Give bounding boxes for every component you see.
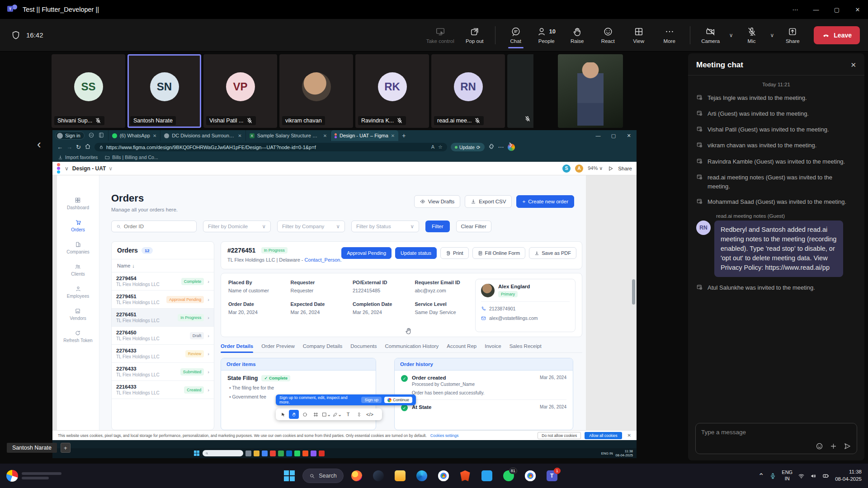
minimize-button[interactable]: —: [806, 0, 826, 19]
close-button[interactable]: ✕: [847, 0, 868, 19]
comment-tool-icon[interactable]: [300, 410, 310, 419]
order-row[interactable]: 2276433TL Flex Holdings LLC Submitted›: [112, 363, 214, 381]
taskbar-copilot-icon[interactable]: [370, 467, 387, 484]
browser-settings-icon[interactable]: ⋯: [498, 144, 504, 150]
shape-tool-icon[interactable]: ⌄: [321, 410, 331, 419]
collaborator-avatar[interactable]: S: [562, 164, 571, 173]
name-column-header[interactable]: Name↓: [112, 259, 214, 272]
sidebar-item-companies[interactable]: Companies: [66, 241, 90, 254]
tab-close-icon[interactable]: ✕: [323, 133, 327, 138]
tray-mic-icon[interactable]: [769, 473, 776, 479]
tab-order-details[interactable]: Order Details: [221, 343, 253, 349]
browser-maximize-button[interactable]: ▢: [606, 130, 621, 141]
browser-minimize-button[interactable]: —: [590, 130, 606, 141]
vertical-tabs-icon[interactable]: [98, 132, 104, 139]
order-row[interactable]: 2279454TL Flex Holdings LLC Complete›: [112, 272, 214, 291]
text-tool-icon[interactable]: T: [343, 410, 353, 419]
tab-communication-history[interactable]: Communication History: [385, 343, 439, 349]
allow-cookies-button[interactable]: Allow all cookies: [585, 432, 622, 439]
order-row[interactable]: 2276433TL Flex Holdings LLC Review›: [112, 345, 214, 363]
maximize-button[interactable]: ▢: [826, 0, 847, 19]
deny-cookies-button[interactable]: Do not allow cookies: [538, 432, 581, 439]
taskbar-edge-icon[interactable]: [413, 467, 430, 484]
figma-share-button[interactable]: Share: [618, 166, 632, 171]
participant-tile-partial[interactable]: [507, 54, 533, 128]
participant-tile[interactable]: VP Vishal Patil ...: [203, 54, 277, 128]
tab-actions-icon[interactable]: [88, 132, 94, 139]
filter-status-select[interactable]: Filter by Status∨: [351, 221, 419, 232]
order-id-input[interactable]: [124, 224, 192, 229]
tab-close-icon[interactable]: ✕: [391, 133, 395, 138]
leave-button[interactable]: Leave: [814, 26, 860, 44]
browser-tab-excel[interactable]: X Sample Salary Structure with calc✕: [245, 130, 330, 141]
extensions-puzzle-icon[interactable]: [488, 143, 495, 151]
tab-order-preview[interactable]: Order Preview: [261, 343, 295, 349]
send-icon[interactable]: [844, 442, 851, 450]
battery-icon[interactable]: [822, 472, 830, 479]
tiles-scroll-left-icon[interactable]: ‹: [37, 137, 41, 151]
print-button[interactable]: Print: [440, 247, 469, 259]
pin-plus-icon[interactable]: +: [61, 443, 71, 453]
volume-icon[interactable]: [810, 473, 817, 479]
contact-phone[interactable]: 2123874901: [489, 306, 515, 311]
figma-menu-chevron[interactable]: ∨: [65, 165, 69, 172]
order-row-selected[interactable]: 2276451TL Flex Holdings LLC In Progress›: [112, 309, 214, 327]
order-id-search-field[interactable]: [111, 221, 197, 232]
tray-expand-chevron[interactable]: ⌃: [758, 472, 764, 480]
favorite-bills-folder[interactable]: Bills | Billing and Co...: [105, 155, 158, 160]
update-status-button[interactable]: Update status: [395, 247, 437, 259]
new-tab-button[interactable]: +: [402, 132, 406, 139]
browser-tab-figma-active[interactable]: Design - UAT – Figma✕: [330, 130, 398, 141]
create-new-order-button[interactable]: + Create new order: [516, 195, 574, 208]
collaborator-avatar[interactable]: A: [575, 164, 583, 173]
taskbar-whatsapp-icon[interactable]: 81: [500, 467, 517, 484]
contact-person-link[interactable]: Contact_Person.: [305, 257, 342, 263]
sidebar-item-dashboard[interactable]: Dashboard: [67, 197, 89, 210]
participant-tile[interactable]: vikram chavan: [279, 54, 353, 128]
people-button[interactable]: 10 People: [533, 25, 561, 46]
browser-signin-button[interactable]: Sign in: [55, 131, 85, 140]
home-icon[interactable]: [85, 143, 91, 151]
tiles-scroll-right-icon[interactable]: ›: [509, 137, 513, 151]
tab-account-rep[interactable]: Account Rep: [447, 343, 476, 349]
view-drafts-button[interactable]: View Drafts: [414, 195, 461, 208]
chat-button[interactable]: Chat: [502, 25, 530, 46]
sidebar-item-clients[interactable]: Clients: [71, 263, 85, 277]
address-bar[interactable]: https://www.figma.com/design/9BKQ0FOHRWa…: [94, 143, 447, 151]
mic-button[interactable]: Mic: [738, 25, 766, 46]
wifi-icon[interactable]: [798, 473, 805, 479]
pen-tool-icon[interactable]: ⌄: [332, 410, 342, 419]
tab-close-icon[interactable]: ✕: [238, 133, 241, 138]
tab-invoice[interactable]: Invoice: [485, 343, 501, 349]
read-aloud-icon[interactable]: A: [431, 144, 434, 150]
dev-mode-tool-icon[interactable]: </>: [365, 410, 375, 419]
pop-out-button[interactable]: Pop out: [461, 25, 489, 46]
filter-company-select[interactable]: Filter by Company∨: [277, 221, 345, 232]
taskbar-vscode-icon[interactable]: [478, 467, 495, 484]
forward-icon[interactable]: →: [66, 144, 72, 150]
taskbar-search[interactable]: Search: [302, 469, 344, 483]
cookie-close-icon[interactable]: ✕: [627, 433, 631, 438]
contact-email[interactable]: alex@vstatefilings.com: [489, 315, 538, 321]
participant-tile[interactable]: RN read.ai mee...: [431, 54, 505, 128]
sidebar-item-refresh-token[interactable]: Refresh Token: [63, 330, 92, 343]
chat-input-box[interactable]: [695, 423, 857, 454]
favorite-star-icon[interactable]: ☆: [438, 144, 443, 150]
more-button[interactable]: More: [656, 25, 684, 46]
titlebar-more-icon[interactable]: ⋯: [785, 0, 806, 19]
taskbar-firefox-icon[interactable]: [348, 467, 365, 484]
sidebar-item-vendors[interactable]: Vendors: [70, 308, 86, 321]
tray-language[interactable]: ENGIN: [782, 469, 793, 482]
participant-video-tile[interactable]: [558, 54, 623, 128]
cursor-tool-icon[interactable]: [278, 410, 288, 419]
taskbar-chrome-beta-icon[interactable]: [522, 467, 539, 484]
filter-button[interactable]: Filter: [425, 221, 450, 232]
start-button[interactable]: [281, 467, 298, 484]
taskbar-teams-icon[interactable]: T 1: [543, 467, 561, 484]
taskbar-explorer-icon[interactable]: [392, 467, 409, 484]
back-icon[interactable]: ←: [57, 144, 63, 150]
participant-tile[interactable]: RK Ravindra K...: [355, 54, 429, 128]
sidebar-item-orders[interactable]: Orders: [71, 219, 85, 232]
tab-sales-receipt[interactable]: Sales Receipt: [509, 343, 542, 349]
order-row[interactable]: 2279451TL Flex Holdings LLC Approval Pen…: [112, 291, 214, 309]
